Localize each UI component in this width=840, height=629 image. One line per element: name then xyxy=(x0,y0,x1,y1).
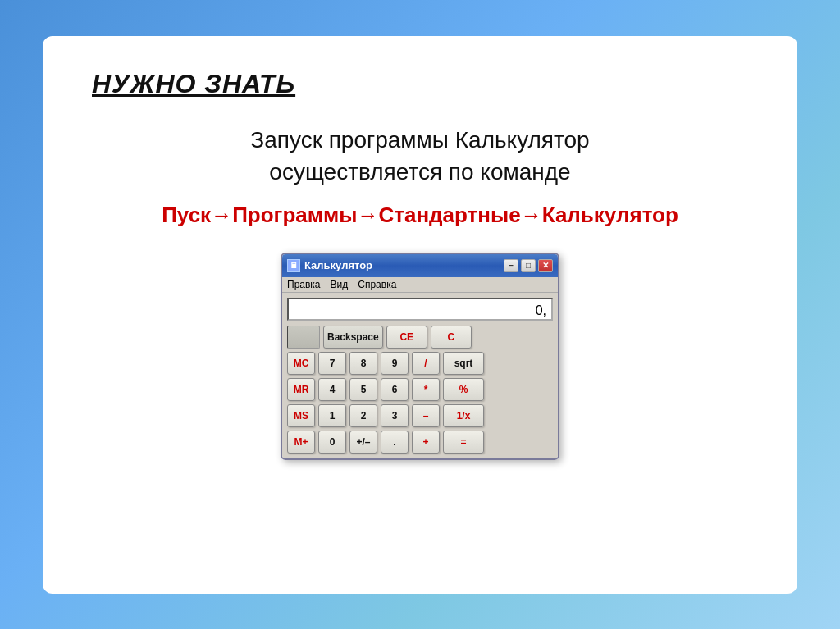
calc-row-4: MS 1 2 3 – 1/x xyxy=(287,404,553,427)
btn-div[interactable]: / xyxy=(412,352,440,375)
btn-pm[interactable]: +/– xyxy=(349,431,377,454)
backspace-button[interactable]: Backspace xyxy=(323,326,383,349)
menu-help[interactable]: Справка xyxy=(358,279,396,290)
titlebar: 🖩 Калькулятор – □ ✕ xyxy=(282,254,558,277)
slide-text-block: Запуск программы Калькулятор осуществляе… xyxy=(250,124,589,188)
slide-title: НУЖНО ЗНАТЬ xyxy=(92,69,295,99)
btn-3[interactable]: 3 xyxy=(381,404,409,427)
calc-buttons: Backspace CE C MC 7 8 9 / sqrt MR 4 xyxy=(287,326,553,454)
maximize-button[interactable]: □ xyxy=(521,259,536,272)
btn-pct[interactable]: % xyxy=(443,378,484,401)
ce-button[interactable]: CE xyxy=(386,326,427,349)
btn-mul[interactable]: * xyxy=(412,378,440,401)
slide-line2: осуществляется по команде xyxy=(269,159,570,185)
ms-button[interactable]: MS xyxy=(287,404,315,427)
calc-row-2: MC 7 8 9 / sqrt xyxy=(287,352,553,375)
menu-view[interactable]: Вид xyxy=(331,279,349,290)
btn-4[interactable]: 4 xyxy=(318,378,346,401)
btn-2[interactable]: 2 xyxy=(349,404,377,427)
calc-blank xyxy=(287,326,320,349)
calc-display: 0, xyxy=(287,298,553,321)
btn-add[interactable]: + xyxy=(412,431,440,454)
mplus-button[interactable]: M+ xyxy=(287,431,315,454)
btn-0[interactable]: 0 xyxy=(318,431,346,454)
calc-body: 0, Backspace CE C MC 7 8 9 / sqrt xyxy=(282,293,558,458)
btn-1[interactable]: 1 xyxy=(318,404,346,427)
calc-row-1: Backspace CE C xyxy=(287,326,553,349)
btn-9[interactable]: 9 xyxy=(381,352,409,375)
btn-7[interactable]: 7 xyxy=(318,352,346,375)
btn-5[interactable]: 5 xyxy=(349,378,377,401)
calc-title: Калькулятор xyxy=(304,259,372,271)
eq-button[interactable]: = xyxy=(443,431,484,454)
calc-row-5: M+ 0 +/– . + = xyxy=(287,431,553,454)
slide-command: Пуск→Программы→Стандартные→Калькулятор xyxy=(162,203,678,228)
mc-button[interactable]: MC xyxy=(287,352,315,375)
titlebar-buttons: – □ ✕ xyxy=(504,259,553,272)
minimize-button[interactable]: – xyxy=(504,259,518,272)
close-button[interactable]: ✕ xyxy=(538,259,553,272)
mr-button[interactable]: MR xyxy=(287,378,315,401)
calculator-window: 🖩 Калькулятор – □ ✕ Правка Вид Справка 0… xyxy=(281,253,559,460)
sqrt-button[interactable]: sqrt xyxy=(443,352,484,375)
calc-row-3: MR 4 5 6 * % xyxy=(287,378,553,401)
titlebar-left: 🖩 Калькулятор xyxy=(287,259,372,272)
menubar: Правка Вид Справка xyxy=(282,277,558,293)
calc-icon: 🖩 xyxy=(287,259,300,272)
btn-dot[interactable]: . xyxy=(381,431,409,454)
slide-container: НУЖНО ЗНАТЬ Запуск программы Калькулятор… xyxy=(43,36,797,594)
btn-8[interactable]: 8 xyxy=(349,352,377,375)
btn-min[interactable]: – xyxy=(412,404,440,427)
c-button[interactable]: C xyxy=(431,326,472,349)
inv-button[interactable]: 1/x xyxy=(443,404,484,427)
slide-line1: Запуск программы Калькулятор xyxy=(250,127,589,153)
menu-edit[interactable]: Правка xyxy=(287,279,321,290)
btn-6[interactable]: 6 xyxy=(381,378,409,401)
